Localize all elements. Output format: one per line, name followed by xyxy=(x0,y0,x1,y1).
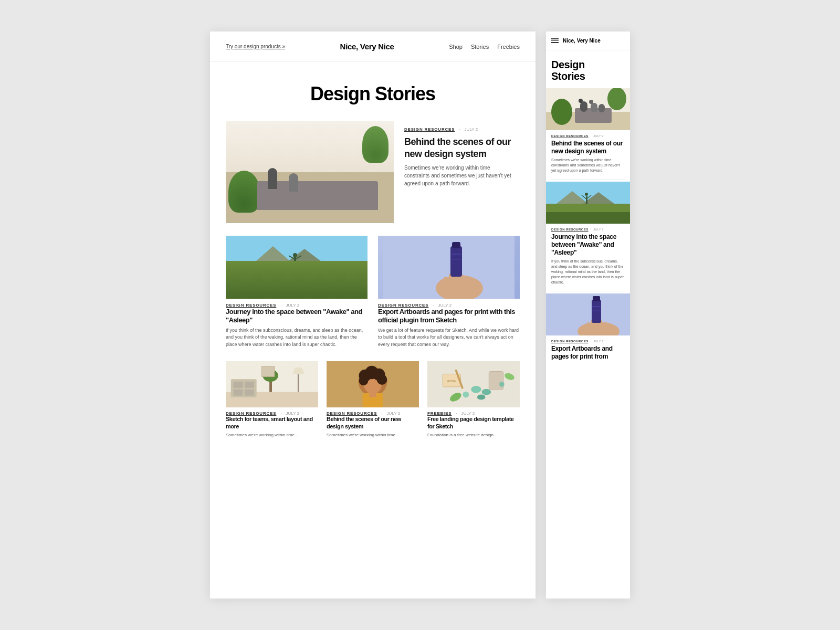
svg-rect-24 xyxy=(245,382,254,388)
mobile-secondary-category[interactable]: DESIGN RESOURCES xyxy=(551,228,589,231)
svg-rect-62 xyxy=(579,99,583,103)
article-category[interactable]: FREEBIES xyxy=(427,411,452,416)
svg-rect-41 xyxy=(369,392,376,397)
grid-article-1[interactable]: DESIGN RESOURCES · JULY 2 Journey into t… xyxy=(226,236,368,348)
article-title[interactable]: Behind the scenes of our new design syst… xyxy=(404,136,513,160)
article-title[interactable]: Export Artboards and pages for print wit… xyxy=(378,308,520,325)
article-category[interactable]: DESIGN RESOURCES xyxy=(404,127,455,132)
svg-point-46 xyxy=(482,389,491,395)
mobile-secondary-date: JULY 2 xyxy=(593,228,603,231)
mobile-site-header: Nice, Very Nice xyxy=(546,32,630,50)
svg-rect-16 xyxy=(450,246,462,277)
article-title[interactable]: Behind the scenes of our new design syst… xyxy=(327,416,419,430)
nav-stories[interactable]: Stories xyxy=(471,44,489,50)
row-article-2[interactable]: DESIGN RESOURCES · JULY 2 Behind the sce… xyxy=(327,361,419,438)
svg-rect-75 xyxy=(587,322,590,332)
row-article-1[interactable]: DESIGN RESOURCES · JULY 2 Sketch for tea… xyxy=(226,361,318,438)
article-category[interactable]: DESIGN RESOURCES xyxy=(327,411,377,416)
nav-shop[interactable]: Shop xyxy=(449,44,463,50)
article-date: JULY 2 xyxy=(465,127,478,132)
mobile-article-category[interactable]: DESIGN RESOURCES xyxy=(551,134,589,138)
article-excerpt: We get a lot of feature requests for Ske… xyxy=(378,327,520,349)
article-meta: FREEBIES · JULY 2 xyxy=(427,411,520,416)
article-date: JULY 2 xyxy=(461,411,475,416)
row-article-3[interactable]: aveda FREEBIES xyxy=(427,361,520,438)
article-date: JULY 2 xyxy=(438,303,452,308)
svg-point-38 xyxy=(377,374,387,385)
page-title-section: Design Stories xyxy=(210,62,536,121)
article-date: JULY 2 xyxy=(286,303,300,308)
article-date: JULY 2 xyxy=(286,411,300,416)
svg-rect-66 xyxy=(546,212,630,224)
featured-article[interactable]: DESIGN RESOURCES · JULY 2 Behind the sce… xyxy=(226,121,520,223)
mobile-featured-article[interactable]: DESIGN RESOURCES · JULY 2 Behind the sce… xyxy=(546,88,630,177)
site-header: Try our design products » Nice, Very Nic… xyxy=(210,32,536,62)
mobile-article-date: JULY 2 xyxy=(593,134,603,138)
svg-point-39 xyxy=(359,376,369,385)
mobile-third-category[interactable]: DESIGN RESOURCES xyxy=(551,340,589,343)
svg-rect-2 xyxy=(231,275,362,299)
site-logo[interactable]: Nice, Very Nice xyxy=(340,42,394,51)
page-title: Design Stories xyxy=(226,83,520,105)
mobile-secondary-excerpt: If you think of the subconscious, dreams… xyxy=(551,259,625,285)
article-meta: DESIGN RESOURCES · JULY 2 xyxy=(404,127,513,132)
svg-point-47 xyxy=(477,395,486,400)
svg-rect-80 xyxy=(592,300,601,323)
mobile-divider-2 xyxy=(551,291,625,291)
article-title[interactable]: Sketch for teams, smart layout and more xyxy=(226,416,318,430)
svg-point-72 xyxy=(585,193,588,196)
row-article-2-image xyxy=(327,361,419,408)
mobile-featured-content: DESIGN RESOURCES · JULY 2 Behind the sce… xyxy=(546,130,630,177)
row-article-3-image: aveda xyxy=(427,361,520,408)
mobile-secondary-content: DESIGN RESOURCES · JULY 2 Journey into t… xyxy=(546,224,630,289)
article-excerpt: Sometimes we're working within time... xyxy=(226,432,318,438)
hamburger-menu[interactable] xyxy=(551,38,559,43)
article-excerpt: Sometimes we're working within time... xyxy=(327,432,419,438)
svg-rect-42 xyxy=(427,361,520,407)
svg-point-8 xyxy=(293,253,297,257)
mobile-secondary-title[interactable]: Journey into the space between "Awake" a… xyxy=(551,233,625,257)
svg-rect-25 xyxy=(234,390,243,396)
svg-rect-59 xyxy=(580,101,587,112)
mobile-third-article[interactable]: DESIGN RESOURCES · JULY 2 Export Artboar… xyxy=(546,293,630,367)
article-category[interactable]: DESIGN RESOURCES xyxy=(378,303,428,308)
article-meta: DESIGN RESOURCES · JULY 2 xyxy=(327,411,419,416)
svg-rect-63 xyxy=(589,100,593,104)
article-meta: DESIGN RESOURCES · JULY 2 xyxy=(226,303,368,308)
mobile-secondary-article[interactable]: DESIGN RESOURCES · JULY 2 Journey into t… xyxy=(546,182,630,289)
svg-rect-5 xyxy=(294,257,296,266)
svg-rect-17 xyxy=(452,242,460,248)
svg-rect-1 xyxy=(231,265,362,299)
mobile-divider-1 xyxy=(551,179,625,180)
article-excerpt: Foundation is a free website design... xyxy=(427,432,520,438)
mobile-site-logo[interactable]: Nice, Very Nice xyxy=(563,38,601,44)
featured-article-image xyxy=(226,121,394,223)
promo-link[interactable]: Try our design products » xyxy=(226,44,285,49)
mobile-third-title[interactable]: Export Artboards and pages for print fro… xyxy=(551,345,625,361)
main-nav: Shop Stories Freebies xyxy=(449,44,520,50)
article-category[interactable]: DESIGN RESOURCES xyxy=(226,411,276,416)
article-title[interactable]: Journey into the space between "Awake" a… xyxy=(226,308,368,325)
mobile-browser: Nice, Very Nice DesignStories DESIGN RES… xyxy=(546,32,630,598)
article-dot: · xyxy=(459,127,460,132)
article-date: JULY 2 xyxy=(387,411,401,416)
svg-point-56 xyxy=(551,99,572,125)
svg-rect-23 xyxy=(234,382,243,388)
mobile-third-content: DESIGN RESOURCES · JULY 2 Export Artboar… xyxy=(546,335,630,367)
svg-rect-79 xyxy=(604,322,606,331)
mobile-featured-image xyxy=(546,88,630,130)
svg-point-57 xyxy=(607,88,626,110)
article-category[interactable]: DESIGN RESOURCES xyxy=(226,303,276,308)
nav-freebies[interactable]: Freebies xyxy=(497,44,520,50)
article-meta: DESIGN RESOURCES · JULY 2 xyxy=(226,411,318,416)
mobile-article-title[interactable]: Behind the scenes of our new design syst… xyxy=(551,140,625,155)
svg-rect-11 xyxy=(444,277,447,290)
article-meta: DESIGN RESOURCES · JULY 2 xyxy=(378,303,520,308)
svg-rect-60 xyxy=(591,103,597,112)
article-title[interactable]: Free landing page design template for Sk… xyxy=(427,416,520,430)
desktop-browser: Try our design products » Nice, Very Nic… xyxy=(210,32,536,598)
mobile-page-title: DesignStories xyxy=(546,50,630,88)
mobile-third-date: JULY 2 xyxy=(593,340,603,343)
grid-article-2[interactable]: DESIGN RESOURCES · JULY 2 Export Artboar… xyxy=(378,236,520,348)
article-excerpt: Sometimes we're working within time cons… xyxy=(404,164,513,187)
